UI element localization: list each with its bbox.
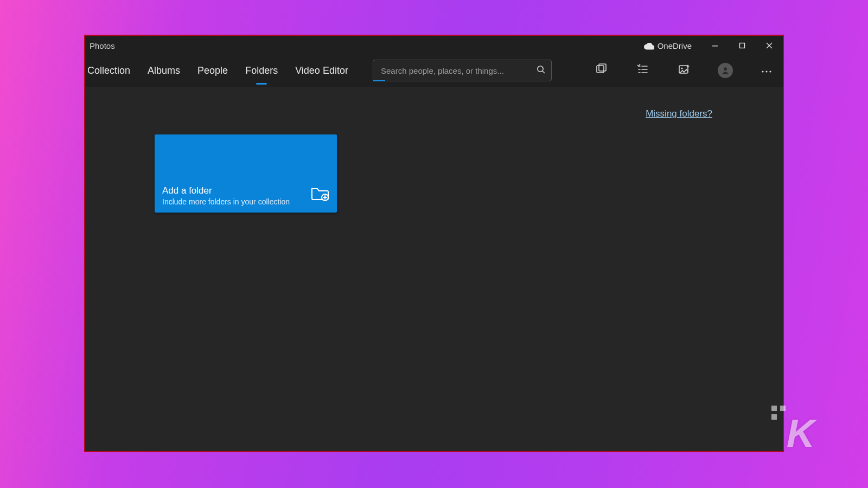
more-options-button[interactable] [756,60,777,81]
account-button[interactable] [714,60,736,81]
select-icon [637,64,649,77]
title-bar: Photos OneDrive [85,36,783,55]
import-button[interactable] [591,60,612,81]
content-area: Missing folders? Add a folder Include mo… [85,87,783,451]
svg-line-3 [542,71,545,73]
svg-rect-5 [599,64,606,71]
add-folder-card[interactable]: Add a folder Include more folders in you… [155,134,337,213]
svg-point-8 [724,67,727,70]
svg-point-7 [681,67,682,69]
onedrive-label: OneDrive [658,41,692,50]
picture-sparkle-icon [678,63,690,78]
search-icon[interactable] [536,65,546,76]
add-folder-title: Add a folder [162,185,329,196]
tab-video-editor[interactable]: Video Editor [286,55,357,86]
tab-people[interactable]: People [189,55,237,86]
tab-collection[interactable]: Collection [85,55,139,86]
svg-point-2 [538,66,543,72]
search-focus-accent [373,80,385,81]
active-tab-indicator [256,83,267,85]
nav-tabs: Collection Albums People Folders Video E… [85,55,357,86]
folder-add-icon [311,185,329,204]
missing-folders-link[interactable]: Missing folders? [646,108,712,119]
title-bar-right: OneDrive [634,36,783,55]
search-box[interactable] [373,60,552,81]
tab-folders[interactable]: Folders [237,55,286,86]
search-container [373,60,552,81]
minimize-button[interactable] [701,36,729,55]
edit-create-button[interactable] [673,60,695,81]
svg-rect-4 [597,66,604,73]
onedrive-button[interactable]: OneDrive [634,36,701,55]
select-button[interactable] [632,60,654,81]
search-input[interactable] [380,66,528,76]
tab-label: Albums [148,65,180,76]
svg-point-10 [765,70,767,72]
maximize-button[interactable] [729,36,756,55]
photos-app-window: Photos OneDrive [84,35,784,452]
watermark: K [787,411,814,455]
app-title: Photos [88,41,115,50]
svg-rect-1 [740,43,745,48]
tab-label: Collection [87,65,130,76]
tab-label: Video Editor [295,65,348,76]
tab-label: People [197,65,228,76]
more-icon [761,66,772,75]
cloud-icon [643,42,653,49]
tab-label: Folders [245,65,278,76]
add-folder-subtitle: Include more folders in your collection [162,197,329,206]
command-bar-actions [591,55,781,86]
svg-point-9 [762,70,763,72]
svg-rect-0 [712,46,718,47]
close-button[interactable] [756,36,783,55]
avatar-icon [718,63,733,78]
tab-albums[interactable]: Albums [139,55,189,86]
command-bar: Collection Albums People Folders Video E… [85,55,783,86]
import-icon [596,63,608,78]
svg-point-11 [769,70,771,72]
